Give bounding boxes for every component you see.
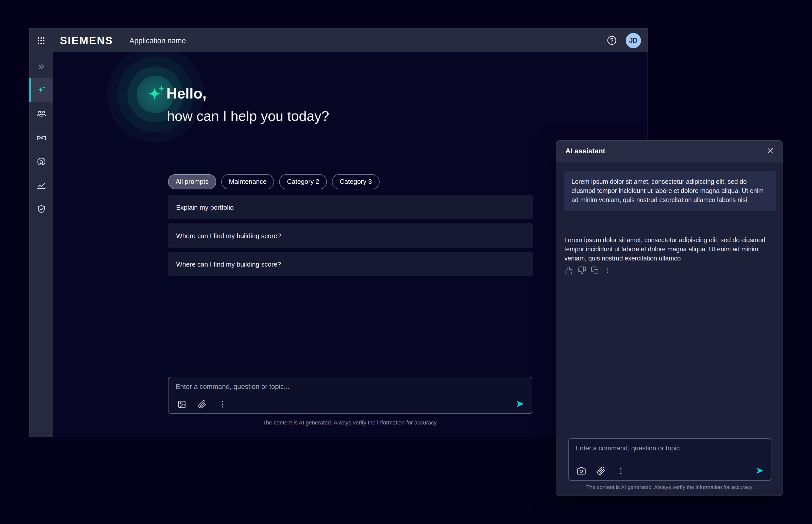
close-icon[interactable] xyxy=(766,147,775,155)
analytics-icon xyxy=(36,180,47,191)
copy-icon[interactable] xyxy=(591,266,599,275)
prompt-card[interactable]: Explain my portfolio xyxy=(168,195,533,219)
header-actions: JD xyxy=(607,33,641,48)
more-options-icon[interactable] xyxy=(604,266,611,274)
chevrons-right-icon xyxy=(36,62,46,71)
hero-greeting: Hello, xyxy=(167,85,206,102)
more-options-icon[interactable] xyxy=(616,466,625,475)
app-launcher-icon[interactable] xyxy=(36,36,46,45)
people-icon xyxy=(36,109,47,119)
sidebar-item-open-source[interactable] xyxy=(30,150,53,174)
sidebar-item-analytics[interactable] xyxy=(30,174,53,197)
ai-disclaimer: The content is AI generated. Always veri… xyxy=(168,420,532,426)
hero-sparkle-icon xyxy=(145,83,168,105)
sidebar xyxy=(30,52,53,437)
panel-composer-input[interactable] xyxy=(569,439,771,457)
send-icon[interactable] xyxy=(515,399,525,409)
prompt-card[interactable]: Where can I find my building score? xyxy=(168,224,533,248)
sidebar-item-partners[interactable] xyxy=(30,126,53,150)
paperclip-icon[interactable] xyxy=(597,466,606,475)
ai-panel-header: AI assistant xyxy=(556,141,782,162)
user-message-bubble: Lorem ipsum dolor sit amet, consectetur … xyxy=(564,171,776,211)
thumbs-down-icon[interactable] xyxy=(577,266,586,275)
send-icon[interactable] xyxy=(755,466,764,475)
ai-sparkle-icon xyxy=(36,85,47,96)
camera-icon[interactable] xyxy=(577,466,586,475)
chip-category-3[interactable]: Category 3 xyxy=(332,174,379,190)
prompt-card[interactable]: Where can I find my building score? xyxy=(168,252,533,276)
sidebar-item-security[interactable] xyxy=(30,197,53,222)
siemens-logo: SIEMENS xyxy=(60,34,113,47)
sidebar-expand-button[interactable] xyxy=(30,54,53,78)
avatar[interactable]: JD xyxy=(626,33,641,48)
help-icon[interactable] xyxy=(607,35,617,46)
ai-response-message: Lorem ipsum dolor sit amet, consectetur … xyxy=(564,235,776,263)
chip-maintenance[interactable]: Maintenance xyxy=(221,174,274,190)
ai-panel-title: AI assistant xyxy=(565,147,605,155)
panel-composer-tools xyxy=(577,466,625,475)
shield-check-icon xyxy=(36,204,47,215)
app-header: SIEMENS Application name JD xyxy=(30,29,647,52)
main-composer-input[interactable] xyxy=(169,377,532,393)
sidebar-item-people[interactable] xyxy=(30,102,53,126)
chip-category-2[interactable]: Category 2 xyxy=(280,174,327,190)
main-composer xyxy=(168,377,532,414)
more-options-icon[interactable] xyxy=(218,400,227,409)
sidebar-item-ai-assistant[interactable] xyxy=(30,78,53,102)
ai-disclaimer: The content is AI generated. Always veri… xyxy=(569,484,772,490)
message-actions xyxy=(564,266,611,275)
composer-tools xyxy=(177,400,227,409)
desktop-background: SIEMENS Application name JD xyxy=(0,0,812,524)
paperclip-icon[interactable] xyxy=(198,400,206,409)
handshake-icon xyxy=(36,132,47,143)
panel-composer xyxy=(569,438,772,481)
app-window: SIEMENS Application name JD xyxy=(29,28,648,437)
prompt-filter-chips: All prompts Maintenance Category 2 Categ… xyxy=(168,174,379,190)
hero-subtitle: how can I help you today? xyxy=(167,108,329,125)
image-icon[interactable] xyxy=(177,400,186,409)
open-source-icon xyxy=(36,157,47,167)
chip-all-prompts[interactable]: All prompts xyxy=(168,174,216,190)
ai-assistant-panel: AI assistant Lorem ipsum dolor sit amet,… xyxy=(556,140,783,496)
app-title: Application name xyxy=(130,36,186,45)
thumbs-up-icon[interactable] xyxy=(564,266,573,275)
